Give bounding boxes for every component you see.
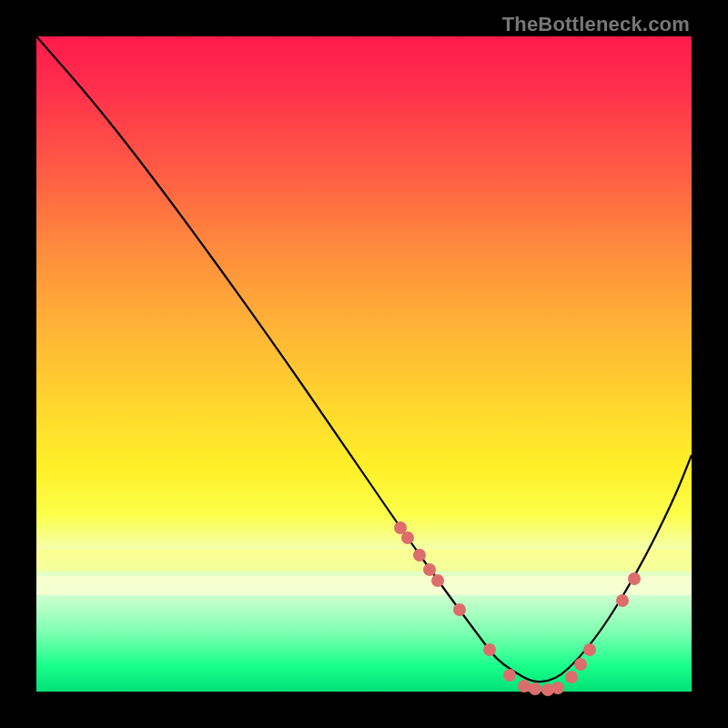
plot-area: [36, 36, 692, 692]
chart-svg: [36, 36, 692, 692]
marker-point: [574, 658, 587, 671]
marker-point: [431, 574, 444, 587]
marker-point: [503, 669, 516, 682]
marker-point: [483, 643, 496, 656]
marker-point: [583, 643, 596, 656]
watermark-text: TheBottleneck.com: [502, 13, 690, 36]
marker-point: [453, 603, 466, 616]
marker-point: [551, 682, 564, 694]
curve-line: [36, 36, 692, 682]
chart-stage: TheBottleneck.com: [0, 0, 728, 728]
marker-point: [529, 682, 541, 695]
marker-point: [518, 680, 531, 693]
marker-point: [628, 572, 641, 585]
marker-point: [401, 531, 414, 544]
marker-point: [413, 549, 426, 561]
marker-point: [565, 671, 578, 683]
marker-point: [616, 594, 629, 607]
marker-group: [394, 521, 641, 696]
marker-point: [423, 563, 436, 576]
